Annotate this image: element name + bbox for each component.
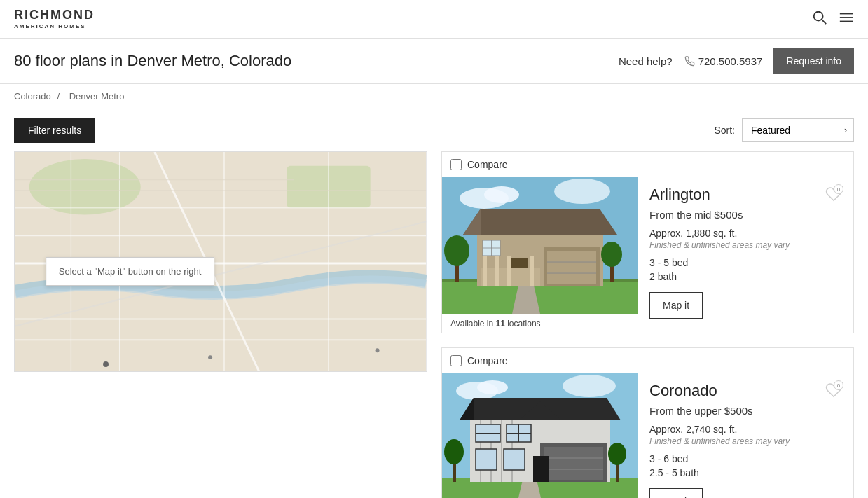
listing-sqft-2: Approx. 2,740 sq. ft. bbox=[649, 424, 842, 435]
map-container[interactable]: Select a "Map it" button on the right bbox=[14, 151, 427, 372]
svg-point-79 bbox=[444, 439, 464, 464]
svg-point-20 bbox=[208, 355, 212, 359]
map-tooltip-text: Select a "Map it" button on the right bbox=[59, 266, 202, 277]
breadcrumb-separator: / bbox=[57, 91, 60, 102]
help-section: Need help? 720.500.5937 Request info bbox=[619, 48, 854, 74]
listing-baths-2: 2.5 - 5 bath bbox=[649, 467, 842, 478]
available-banner-1: Available in 11 locations bbox=[442, 314, 638, 333]
house-image-1 bbox=[442, 177, 638, 314]
svg-marker-39 bbox=[463, 209, 617, 235]
svg-point-0 bbox=[814, 11, 823, 20]
search-button[interactable] bbox=[812, 10, 827, 29]
listing-card: Compare bbox=[441, 151, 854, 333]
controls-bar: Filter results Sort: Featured Price: Low… bbox=[0, 109, 868, 151]
map-it-button-2[interactable]: Map it bbox=[649, 488, 703, 498]
svg-rect-72 bbox=[476, 449, 497, 470]
svg-point-25 bbox=[554, 179, 610, 204]
map-tooltip: Select a "Map it" button on the right bbox=[46, 257, 215, 286]
listing-baths-1: 2 bath bbox=[649, 271, 842, 282]
logo[interactable]: RICHMOND AMERICAN HOMES bbox=[14, 8, 95, 29]
available-suffix-1: locations bbox=[505, 319, 541, 328]
listing-name-1: Arlington bbox=[649, 186, 710, 204]
listing-image-1 bbox=[442, 177, 638, 314]
menu-button[interactable] bbox=[839, 10, 854, 29]
svg-point-47 bbox=[444, 235, 469, 266]
listing-image-2 bbox=[442, 373, 638, 498]
compare-checkbox-2[interactable] bbox=[450, 355, 462, 366]
header: RICHMOND AMERICAN HOMES bbox=[0, 0, 868, 39]
svg-point-49 bbox=[601, 242, 622, 267]
listings: Compare bbox=[441, 151, 854, 498]
phone-number: 720.500.5937 bbox=[698, 55, 763, 67]
available-prefix-1: Available in bbox=[450, 319, 496, 328]
svg-point-24 bbox=[484, 186, 519, 203]
svg-rect-32 bbox=[547, 251, 596, 284]
compare-label-2[interactable]: Compare bbox=[467, 355, 508, 366]
svg-point-6 bbox=[29, 159, 141, 214]
listing-body-1: Available in 11 locations Arlington 0 Fr bbox=[442, 177, 853, 333]
svg-point-19 bbox=[103, 361, 109, 367]
svg-point-81 bbox=[608, 443, 626, 465]
logo-richmond: RICHMOND bbox=[14, 8, 95, 23]
svg-rect-43 bbox=[495, 256, 499, 286]
phone-link[interactable]: 720.500.5937 bbox=[684, 55, 763, 67]
listing-vary-2: Finished & unfinished areas may vary bbox=[649, 436, 842, 446]
listing-image-wrapper-1: Available in 11 locations bbox=[442, 177, 638, 333]
breadcrumb: Colorado / Denver Metro bbox=[0, 84, 868, 109]
breadcrumb-colorado[interactable]: Colorado bbox=[14, 91, 51, 102]
svg-rect-63 bbox=[544, 447, 603, 480]
svg-rect-45 bbox=[530, 256, 534, 286]
svg-point-52 bbox=[477, 380, 508, 394]
compare-label-1[interactable]: Compare bbox=[467, 159, 508, 170]
page-title: 80 floor plans in Denver Metro, Colorado bbox=[14, 52, 291, 70]
listing-info-1: Arlington 0 From the mid $500s Approx. 1… bbox=[638, 177, 853, 333]
favorite-button-2[interactable]: 0 bbox=[825, 382, 842, 402]
house-image-2 bbox=[442, 373, 638, 498]
listing-body-2: Available in 11 locations Coronado 0 Fro bbox=[442, 373, 853, 498]
sort-label: Sort: bbox=[714, 125, 735, 136]
filter-results-button[interactable]: Filter results bbox=[14, 118, 95, 143]
breadcrumb-current: Denver Metro bbox=[69, 91, 125, 102]
menu-icon bbox=[839, 10, 854, 25]
search-icon bbox=[812, 10, 827, 25]
listing-price-1: From the mid $500s bbox=[649, 209, 842, 221]
phone-icon bbox=[684, 55, 695, 67]
listing-beds-1: 3 - 5 bed bbox=[649, 257, 842, 268]
listing-compare-row: Compare bbox=[442, 152, 853, 177]
sort-select[interactable]: Featured Price: Low to High Price: High … bbox=[742, 118, 854, 142]
listing-info-2: Coronado 0 From the upper $500s Approx. … bbox=[638, 373, 853, 498]
heart-badge-1: 0 bbox=[834, 184, 843, 194]
listing-sqft-1: Approx. 1,880 sq. ft. bbox=[649, 228, 842, 239]
listing-image-wrapper-2: Available in 11 locations bbox=[442, 373, 638, 498]
sort-section: Sort: Featured Price: Low to High Price:… bbox=[714, 118, 854, 142]
svg-point-53 bbox=[563, 375, 616, 397]
header-icons bbox=[812, 10, 854, 29]
compare-checkbox-1[interactable] bbox=[450, 159, 462, 170]
listing-name-row-1: Arlington 0 bbox=[649, 186, 842, 206]
main-content: Select a "Map it" button on the right Co… bbox=[0, 151, 868, 498]
map-placeholder: Select a "Map it" button on the right bbox=[15, 152, 427, 371]
svg-rect-27 bbox=[442, 282, 638, 314]
request-info-button[interactable]: Request info bbox=[773, 48, 854, 74]
map-it-button-1[interactable]: Map it bbox=[649, 292, 703, 319]
title-bar: 80 floor plans in Denver Metro, Colorado… bbox=[0, 39, 868, 84]
listing-card-2: Compare bbox=[441, 347, 854, 498]
listing-compare-row-2: Compare bbox=[442, 348, 853, 373]
svg-rect-44 bbox=[507, 256, 511, 286]
svg-point-21 bbox=[376, 348, 380, 352]
available-count-1: 11 bbox=[496, 319, 505, 328]
heart-badge-2: 0 bbox=[834, 380, 843, 390]
svg-line-1 bbox=[822, 20, 826, 24]
listing-name-row-2: Coronado 0 bbox=[649, 382, 842, 402]
svg-rect-73 bbox=[504, 449, 525, 470]
listing-price-2: From the upper $500s bbox=[649, 405, 842, 417]
favorite-button-1[interactable]: 0 bbox=[825, 186, 842, 206]
logo-sub: AMERICAN HOMES bbox=[14, 23, 95, 30]
listing-name-2: Coronado bbox=[649, 382, 717, 400]
svg-rect-42 bbox=[483, 256, 487, 286]
need-help-label: Need help? bbox=[619, 55, 673, 67]
sort-wrapper: Featured Price: Low to High Price: High … bbox=[742, 118, 854, 142]
svg-rect-74 bbox=[533, 456, 549, 482]
listing-vary-1: Finished & unfinished areas may vary bbox=[649, 240, 842, 250]
listing-beds-2: 3 - 6 bed bbox=[649, 453, 842, 464]
